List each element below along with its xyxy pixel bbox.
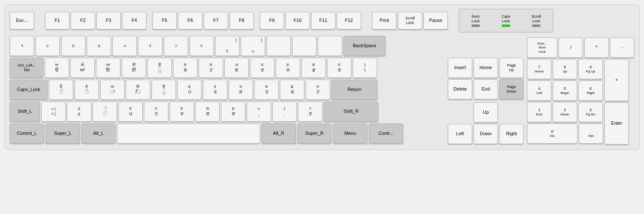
key-r[interactable]: ਈ ਈ [122, 58, 146, 78]
key-comma[interactable]: < , [247, 102, 271, 122]
key-x[interactable]: ੱ ੱ [93, 102, 117, 122]
key-4[interactable]: ੪ [87, 36, 111, 56]
key-i[interactable]: ਘ ਗ [224, 58, 249, 78]
delete-key[interactable]: Delete [448, 79, 472, 99]
menu-key[interactable]: Menu [333, 123, 367, 144]
page-down-key[interactable]: PageDown [499, 79, 524, 99]
key-k[interactable]: ਖ ਕ [229, 80, 253, 100]
key-7[interactable]: ੭ [164, 36, 188, 56]
numpad-3-key[interactable]: 3 Pg Dn [578, 102, 603, 122]
f2-key[interactable]: F2 [71, 12, 95, 29]
key-s[interactable]: ਏ ੇ [75, 80, 99, 100]
key-c[interactable]: ਣ ਮ [118, 102, 143, 122]
super-left-key[interactable]: Super_L [45, 123, 80, 144]
pause-key[interactable]: Pause [423, 12, 448, 29]
ctrl-left-key[interactable]: Control_L [10, 123, 44, 144]
key-9[interactable]: ( ੯ [215, 36, 240, 56]
numpad-8-key[interactable]: 8 Up [553, 59, 577, 79]
key-f[interactable]: ਇ ਿ [126, 80, 150, 100]
key-backslash[interactable]: | \ [353, 58, 377, 78]
numpad-dot-key[interactable]: . Del [579, 123, 603, 144]
up-key[interactable]: Up [474, 102, 498, 123]
f10-key[interactable]: F10 [285, 12, 310, 29]
left-key[interactable]: Left [448, 124, 472, 144]
f5-key[interactable]: F5 [152, 12, 177, 29]
f4-key[interactable]: F4 [122, 12, 146, 29]
home-key[interactable]: Home [474, 58, 498, 78]
f8-key[interactable]: F8 [229, 12, 254, 29]
key-t[interactable]: ਉ ੁ [147, 58, 172, 78]
numpad-minus-key[interactable]: - [610, 37, 634, 58]
right-key[interactable]: Right [499, 124, 524, 144]
key-backslash-top[interactable] [318, 36, 342, 56]
key-minus[interactable] [266, 36, 291, 56]
key-a[interactable]: ਓ ੋ [49, 80, 73, 100]
numpad-slash-key[interactable]: / [559, 37, 583, 58]
page-up-key[interactable]: PageUp [499, 58, 524, 78]
f6-key[interactable]: F6 [178, 12, 202, 29]
scroll-lock-key[interactable]: ScrollLock [398, 12, 422, 29]
down-key[interactable]: Down [474, 124, 498, 144]
ctrl-right-key[interactable]: Contr... [369, 123, 403, 144]
key-p[interactable]: ਝ ਜ [276, 58, 300, 78]
backspace-key[interactable]: BackSpace [343, 36, 386, 56]
key-u[interactable]: ਕ ਹ [199, 58, 223, 78]
key-equals[interactable] [292, 36, 317, 56]
f9-key[interactable]: F9 [260, 12, 284, 29]
num-lock-key[interactable]: Poin...NumLock [527, 37, 557, 58]
key-m[interactable]: ਸ਼ ਸ [221, 102, 245, 122]
print-key[interactable]: Print [372, 12, 397, 29]
numpad-2-key[interactable]: 2 Down [553, 102, 577, 122]
f3-key[interactable]: F3 [96, 12, 121, 29]
shift-right-key[interactable]: Shift_R [324, 102, 378, 122]
key-z[interactable]: Z z [67, 102, 91, 122]
f11-key[interactable]: F11 [311, 12, 335, 29]
key-2[interactable]: ੨ [35, 36, 60, 56]
key-6[interactable]: ੬ [138, 36, 162, 56]
key-q[interactable]: ਅ ੳ [45, 58, 69, 78]
key-3[interactable]: ੩ [61, 36, 85, 56]
esc-key[interactable]: Esc... [10, 12, 34, 29]
super-right-key[interactable]: Super_R [297, 123, 332, 144]
caps-lock-key[interactable]: Caps_Lock [10, 80, 48, 100]
numpad-1-key[interactable]: 1 End [527, 102, 551, 122]
key-0[interactable]: ) ੦ [241, 36, 265, 56]
key-h[interactable]: ਫ ਪ [177, 80, 202, 100]
key-8[interactable]: ੮ [189, 36, 214, 56]
end-key[interactable]: End [474, 79, 498, 99]
key-period[interactable]: | . [272, 102, 297, 122]
f7-key[interactable]: F7 [204, 12, 228, 29]
key-5[interactable]: ੫ [112, 36, 137, 56]
key-v[interactable]: ਨ ਨ [144, 102, 168, 122]
key-lbracket[interactable]: ਢ ਡ [301, 58, 326, 78]
tab-key[interactable]: ISO_Left...Tab [10, 58, 43, 78]
space-key[interactable] [117, 123, 260, 144]
f1-key[interactable]: F1 [45, 12, 69, 29]
key-e[interactable]: ਆ ਇ [96, 58, 120, 78]
key-1[interactable]: ੧ [10, 36, 34, 56]
shift-left-key[interactable]: Shift_L [10, 102, 40, 122]
numpad-enter-key[interactable]: Enter [604, 102, 629, 144]
key-n[interactable]: ਲ਼ ਲ [195, 102, 220, 122]
key-d[interactable]: ਅ ਾ [100, 80, 125, 100]
numpad-7-key[interactable]: 7 Home [527, 59, 551, 79]
key-w[interactable]: ਐ ਆ [70, 58, 95, 78]
numpad-6-key[interactable]: 6 Right [578, 80, 603, 101]
numpad-5-key[interactable]: 5 Begin [553, 80, 577, 101]
f12-key[interactable]: F12 [337, 12, 361, 29]
insert-key[interactable]: Insert [448, 58, 472, 78]
alt-right-key[interactable]: Alt_R [261, 123, 296, 144]
numpad-9-key[interactable]: 9 Pg Up [578, 59, 603, 79]
return-key[interactable]: Return [331, 80, 378, 100]
numpad-plus-key[interactable]: + [604, 59, 629, 101]
key-semicolon[interactable]: ਛ ਚ [280, 80, 304, 100]
key-j[interactable]: ਰ ਰ [203, 80, 227, 100]
key-rbracket[interactable]: ਵ ੜ [327, 58, 351, 78]
key-quote[interactable]: ਠ ਟ [306, 80, 330, 100]
key-o[interactable]: ਧ ਦ [250, 58, 274, 78]
numpad-0-key[interactable]: 0 Ins [527, 123, 577, 144]
key-g[interactable]: ਉ ੁ [152, 80, 176, 100]
numpad-4-key[interactable]: 4 Left [527, 80, 551, 101]
key-slash[interactable]: ? ਣ [298, 102, 322, 122]
key-b[interactable]: ਵ ਵ [170, 102, 194, 122]
